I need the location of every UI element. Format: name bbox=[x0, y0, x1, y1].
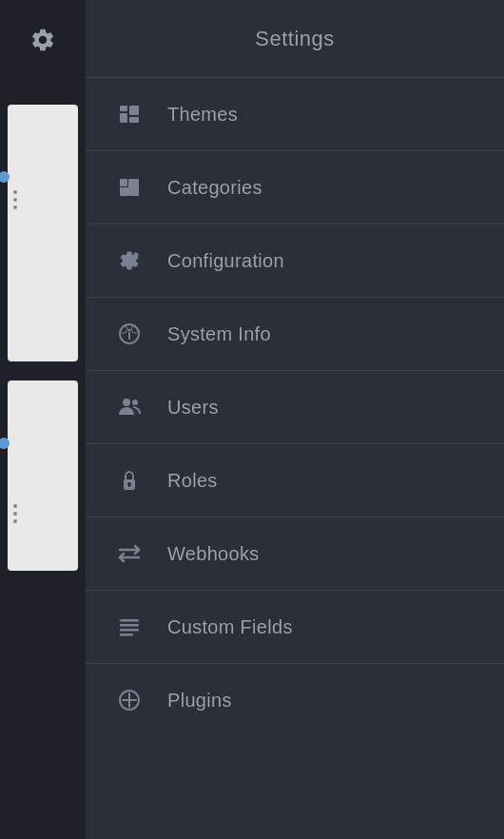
roles-label: Roles bbox=[167, 470, 218, 492]
svg-point-10 bbox=[132, 400, 138, 405]
thin-sidebar bbox=[0, 0, 86, 839]
gear-icon-container[interactable] bbox=[20, 17, 66, 63]
sidebar-item-webhooks[interactable]: Webhooks bbox=[86, 517, 504, 591]
svg-rect-13 bbox=[128, 484, 130, 487]
settings-header: Settings bbox=[86, 0, 504, 78]
users-label: Users bbox=[167, 397, 219, 419]
editor-node-2 bbox=[0, 438, 10, 449]
sidebar-item-categories[interactable]: Categories bbox=[86, 151, 504, 224]
categories-icon bbox=[114, 172, 145, 203]
configuration-label: Configuration bbox=[167, 250, 284, 272]
sidebar-item-users[interactable]: Users bbox=[86, 371, 504, 444]
svg-point-5 bbox=[134, 253, 139, 258]
svg-rect-2 bbox=[129, 106, 139, 115]
sidebar-item-themes[interactable]: Themes bbox=[86, 78, 504, 151]
sidebar-item-plugins[interactable]: Plugins bbox=[86, 664, 504, 736]
svg-point-9 bbox=[123, 399, 130, 406]
svg-rect-18 bbox=[120, 629, 139, 632]
three-dots-icon bbox=[13, 190, 17, 209]
custom-fields-label: Custom Fields bbox=[167, 616, 293, 638]
webhooks-label: Webhooks bbox=[167, 543, 260, 565]
themes-label: Themes bbox=[167, 104, 238, 126]
svg-rect-19 bbox=[120, 634, 133, 636]
custom-fields-icon bbox=[114, 612, 145, 642]
gear-icon bbox=[29, 27, 56, 53]
three-dots-icon-2 bbox=[13, 504, 17, 523]
sidebar-item-system-info[interactable]: System Info bbox=[86, 298, 504, 371]
plugins-label: Plugins bbox=[167, 690, 232, 712]
themes-icon bbox=[114, 99, 145, 129]
svg-point-7 bbox=[128, 329, 131, 332]
system-info-label: System Info bbox=[167, 323, 271, 345]
sidebar-item-roles[interactable]: Roles bbox=[86, 444, 504, 517]
editor-panel-2 bbox=[8, 380, 78, 571]
settings-panel: Settings Themes bbox=[86, 0, 504, 839]
menu-list: Themes Categories bbox=[86, 78, 504, 736]
editor-panel-1 bbox=[8, 105, 78, 361]
webhooks-icon bbox=[114, 538, 145, 569]
svg-rect-1 bbox=[120, 113, 127, 123]
system-info-icon bbox=[114, 319, 145, 349]
sidebar-item-custom-fields[interactable]: Custom Fields bbox=[86, 591, 504, 664]
sidebar-item-configuration[interactable]: Configuration bbox=[86, 224, 504, 298]
svg-rect-16 bbox=[120, 619, 139, 622]
svg-rect-17 bbox=[120, 624, 139, 627]
configuration-icon bbox=[114, 245, 145, 276]
users-icon bbox=[114, 392, 145, 422]
editor-node-1 bbox=[0, 171, 10, 183]
settings-title: Settings bbox=[255, 27, 335, 51]
categories-label: Categories bbox=[167, 177, 262, 199]
roles-icon bbox=[114, 465, 145, 496]
svg-rect-0 bbox=[120, 106, 127, 111]
svg-rect-3 bbox=[129, 117, 139, 123]
plugins-icon bbox=[114, 685, 145, 715]
